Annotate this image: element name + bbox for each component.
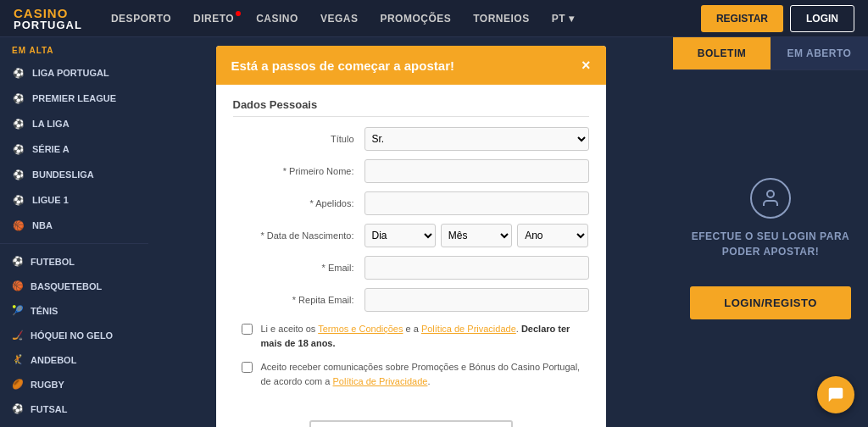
date-group: Dia Mês Ano <box>364 224 589 247</box>
login-registo-button[interactable]: LOGIN/REGISTO <box>690 286 851 319</box>
chat-button[interactable] <box>817 376 854 413</box>
league-icon: ⚽ <box>12 193 25 207</box>
andebol-icon: 🤾 <box>12 354 24 365</box>
sidebar-item-label: SÉRIE A <box>32 144 70 154</box>
modal-footer: CONTINUAR 1/4 <box>216 412 606 427</box>
right-panel: BOLETIM EM ABERTO EFECTUE O SEU LOGIN PA… <box>673 37 868 427</box>
sidebar-item-bundesliga[interactable]: ⚽ BUNDESLIGA <box>0 162 148 187</box>
nav-language[interactable]: PT ▾ <box>543 9 583 28</box>
modal-close-button[interactable]: × <box>581 58 591 73</box>
modal-title: Está a passos de começar a apostar! <box>231 58 454 73</box>
logo[interactable]: CASINO PORTUGAL <box>14 7 82 30</box>
tab-em-aberto[interactable]: EM ABERTO <box>771 37 868 69</box>
sidebar-item-premier-league[interactable]: ⚽ PREMIER LEAGUE <box>0 86 148 111</box>
sidebar-sport-tenis[interactable]: 🎾 TÉNIS <box>0 298 148 323</box>
terms-link[interactable]: Termos e Condições <box>318 324 403 334</box>
basquete-icon: 🏀 <box>12 280 24 291</box>
sidebar-sport-futsal[interactable]: ⚽ FUTSAL <box>0 396 148 421</box>
sidebar-sport-hockey[interactable]: 🏒 HÓQUEI NO GELO <box>0 323 148 347</box>
promo-text: Aceito receber comunicações sobre Promoç… <box>261 360 581 388</box>
data-nasc-row: * Data de Nascimento: Dia Mês Ano <box>233 224 589 247</box>
panel-tabs: BOLETIM EM ABERTO <box>673 37 868 70</box>
tenis-icon: 🎾 <box>12 305 24 316</box>
mes-select[interactable]: Mês <box>441 224 512 247</box>
sidebar-item-liga-portugal[interactable]: ⚽ LIGA PORTUGAL <box>0 60 148 86</box>
primeiro-nome-row: * Primeiro Nome: <box>233 159 589 183</box>
sidebar-sport-futebol-americano[interactable]: 🏈 FUTEBOL AMERICANO <box>0 421 148 427</box>
tab-boletim[interactable]: BOLETIM <box>673 37 771 69</box>
sport-label: FUTSAL <box>31 404 67 414</box>
sidebar-item-ligue1[interactable]: ⚽ LIGUE 1 <box>0 187 148 213</box>
sidebar: EM ALTA ⚽ LIGA PORTUGAL ⚽ PREMIER LEAGUE… <box>0 37 148 427</box>
sidebar-divider <box>0 243 148 244</box>
login-prompt-text: EFECTUE O SEU LOGIN PARA PODER APOSTAR! <box>690 229 851 259</box>
logo-portugal: PORTUGAL <box>14 19 82 30</box>
promo-checkbox[interactable] <box>242 362 253 373</box>
sport-label: BASQUETEBOL <box>31 281 102 291</box>
apelidos-input[interactable] <box>364 191 589 215</box>
sidebar-item-label: PREMIER LEAGUE <box>32 93 116 103</box>
login-icon <box>750 178 791 219</box>
titulo-label: Título <box>233 134 364 144</box>
league-icon: ⚽ <box>12 92 25 105</box>
nav-direto[interactable]: DIRETO <box>185 9 242 28</box>
titulo-select[interactable]: Sr. Sra. <box>364 127 589 151</box>
content-area: Está a passos de começar a apostar! × Da… <box>148 37 673 427</box>
sidebar-item-label: NBA <box>32 220 53 230</box>
privacy-link2[interactable]: Política de Privacidade <box>333 376 428 386</box>
header: CASINO PORTUGAL DESPORTO DIRETO CASINO V… <box>0 0 868 37</box>
futebol-icon: ⚽ <box>12 256 24 267</box>
data-nasc-label: * Data de Nascimento: <box>233 230 364 241</box>
titulo-row: Título Sr. Sra. <box>233 127 589 151</box>
promo-checkbox-row: Aceito receber comunicações sobre Promoç… <box>233 360 589 388</box>
panel-body: EFECTUE O SEU LOGIN PARA PODER APOSTAR! … <box>673 70 868 427</box>
sidebar-item-label: BUNDESLIGA <box>32 169 94 180</box>
sidebar-item-label: LIGUE 1 <box>32 195 69 205</box>
sidebar-sport-andebol[interactable]: 🤾 ANDEBOL <box>0 347 148 372</box>
nav-promocoes[interactable]: PROMOÇÕES <box>371 9 459 28</box>
primeiro-nome-input[interactable] <box>364 159 589 183</box>
hockey-icon: 🏒 <box>12 330 24 341</box>
rugby-icon: 🏉 <box>12 379 24 390</box>
league-icon: ⚽ <box>12 66 25 80</box>
chat-icon <box>826 385 845 404</box>
terms-checkbox-row: Li e aceito os Termos e Condições e a Po… <box>233 322 589 350</box>
nav-desporto[interactable]: DESPORTO <box>103 9 180 28</box>
sidebar-item-label: LA LIGA <box>32 119 70 129</box>
futsal-icon: ⚽ <box>12 403 24 414</box>
primeiro-nome-label: * Primeiro Nome: <box>233 166 364 176</box>
privacy-link[interactable]: Política de Privacidade <box>421 324 516 334</box>
dados-pessoais-label: Dados Pessoais <box>233 98 589 117</box>
repita-email-row: * Repita Email: <box>233 288 589 312</box>
sidebar-item-nba[interactable]: 🏀 NBA <box>0 213 148 238</box>
sport-label: TÉNIS <box>31 306 58 316</box>
nav-torneios[interactable]: TORNEIOS <box>465 9 537 28</box>
sidebar-item-la-liga[interactable]: ⚽ LA LIGA <box>0 111 148 136</box>
terms-checkbox[interactable] <box>242 324 253 335</box>
modal-body: Dados Pessoais Título Sr. Sra. * Primeir… <box>216 85 606 412</box>
user-icon <box>760 188 781 208</box>
login-button[interactable]: LOGIN <box>790 5 854 32</box>
apelidos-label: * Apelidos: <box>233 198 364 208</box>
registar-button[interactable]: REGISTAR <box>701 5 783 32</box>
sport-label: ANDEBOL <box>31 355 76 365</box>
email-input[interactable] <box>364 256 589 280</box>
continuar-button[interactable]: CONTINUAR 1/4 <box>309 420 513 427</box>
repita-email-input[interactable] <box>364 288 589 312</box>
sidebar-em-alta-label: EM ALTA <box>0 37 148 60</box>
svg-point-0 <box>767 191 774 197</box>
sidebar-item-serie-a[interactable]: ⚽ SÉRIE A <box>0 136 148 162</box>
main-nav: DESPORTO DIRETO CASINO VEGAS PROMOÇÕES T… <box>103 9 701 28</box>
main-layout: EM ALTA ⚽ LIGA PORTUGAL ⚽ PREMIER LEAGUE… <box>0 37 868 427</box>
sport-label: RUGBY <box>31 380 64 390</box>
sidebar-sport-basquetebol[interactable]: 🏀 BASQUETEBOL <box>0 274 148 298</box>
sidebar-sport-rugby[interactable]: 🏉 RUGBY <box>0 372 148 396</box>
league-icon: ⚽ <box>12 117 25 130</box>
dia-select[interactable]: Dia <box>364 224 436 247</box>
nav-casino[interactable]: CASINO <box>248 9 307 28</box>
nav-vegas[interactable]: VEGAS <box>312 9 367 28</box>
header-buttons: REGISTAR LOGIN <box>701 5 854 32</box>
email-label: * Email: <box>233 263 364 273</box>
sidebar-sport-futebol[interactable]: ⚽ FUTEBOL <box>0 249 148 274</box>
ano-select[interactable]: Ano <box>517 224 588 247</box>
